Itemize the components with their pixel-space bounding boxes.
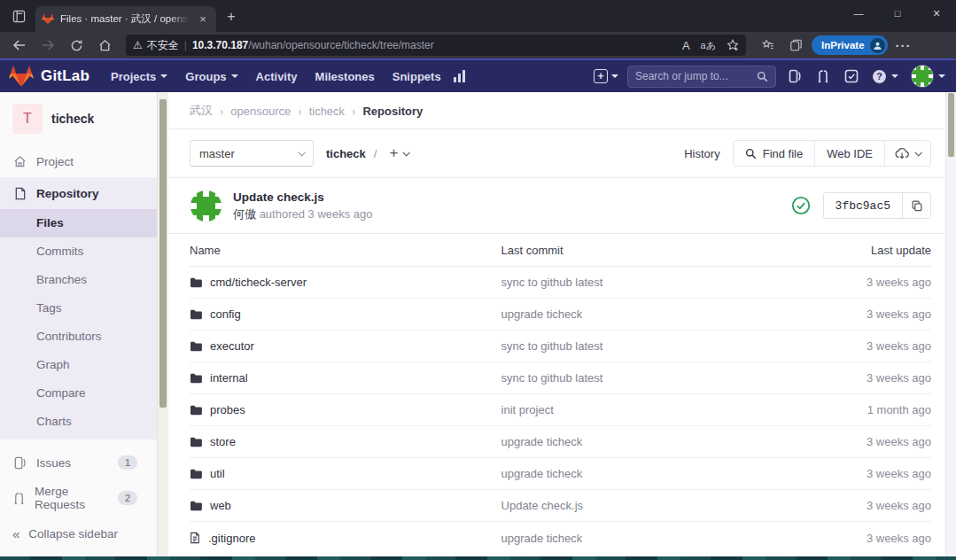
page-scrollbar-thumb[interactable]	[948, 93, 954, 157]
search-input[interactable]	[635, 70, 751, 82]
sidebar-item-repository[interactable]: Repository	[0, 177, 157, 209]
last-update-time: 3 weeks ago	[816, 307, 931, 321]
nav-item-projects[interactable]: Projects	[102, 59, 176, 93]
add-file-dropdown[interactable]: +	[389, 144, 408, 162]
tree-entry-link[interactable]: util	[190, 467, 501, 480]
pipeline-status-icon[interactable]	[791, 196, 811, 215]
history-button[interactable]: History	[684, 147, 719, 160]
collections-icon[interactable]	[783, 35, 808, 56]
table-row: probes init project 1 month ago	[190, 394, 931, 426]
breadcrumb-subgroup[interactable]: opensource	[230, 105, 291, 118]
not-secure-indicator[interactable]: ⚠ 不安全	[133, 38, 179, 53]
sidebar-subitem-files[interactable]: Files	[0, 209, 157, 237]
copy-commit-sha-button[interactable]	[902, 193, 930, 218]
forward-icon[interactable]	[35, 35, 60, 56]
sidebar-subitem-graph[interactable]: Graph	[0, 351, 157, 379]
branch-selector[interactable]: master	[190, 140, 314, 167]
sidebar-item-label: Merge Requests	[35, 485, 109, 511]
gitlab-brand[interactable]: GitLab	[9, 65, 89, 88]
collapse-sidebar-button[interactable]: « Collapse sidebar	[0, 514, 157, 553]
issues-count-badge: 1	[118, 455, 137, 470]
last-update-time: 3 weeks ago	[816, 467, 931, 480]
sidebar-item-issues[interactable]: Issues 1	[0, 447, 157, 478]
refresh-icon[interactable]	[64, 35, 89, 56]
add-favorite-icon[interactable]	[727, 39, 739, 51]
page-body: T ticheck Project Repository	[0, 92, 956, 556]
commit-message-link[interactable]: init project	[501, 403, 816, 416]
user-menu[interactable]	[909, 59, 947, 93]
commit-message-link[interactable]: upgrade ticheck	[501, 532, 816, 545]
tree-entry-link[interactable]: internal	[190, 371, 501, 385]
charts-nav-icon[interactable]	[450, 66, 470, 86]
commit-author-link[interactable]: 何傲	[233, 207, 256, 221]
new-tab-button[interactable]: +	[220, 5, 243, 28]
repo-root-link[interactable]: ticheck	[326, 147, 366, 160]
inprivate-badge[interactable]: InPrivate	[812, 35, 888, 55]
sidebar-scrollbar-thumb[interactable]	[159, 99, 167, 408]
sidebar-subitem-tags[interactable]: Tags	[0, 294, 157, 323]
new-menu-button[interactable]: +	[594, 69, 618, 83]
sidebar-project-header[interactable]: T ticheck	[0, 92, 157, 145]
window-minimize-button[interactable]: —	[839, 0, 878, 27]
nav-item-milestones[interactable]: Milestones	[307, 59, 384, 93]
breadcrumb-group[interactable]: 武汉	[190, 103, 213, 119]
tree-entry-link[interactable]: probes	[190, 403, 501, 416]
commit-title-link[interactable]: Update check.js	[233, 189, 373, 206]
not-secure-label: 不安全	[147, 38, 179, 53]
issues-nav-icon[interactable]	[785, 66, 804, 86]
find-file-button[interactable]: Find file	[734, 141, 815, 166]
web-ide-button[interactable]: Web IDE	[814, 141, 884, 166]
tree-entry-link[interactable]: config	[190, 307, 501, 321]
merge-requests-nav-icon[interactable]	[813, 66, 833, 86]
commit-message-link[interactable]: Update check.js	[501, 499, 816, 512]
translate-icon[interactable]: aあ	[701, 39, 716, 52]
sidebar-subitem-compare[interactable]: Compare	[0, 379, 157, 408]
sidebar-subitem-contributors[interactable]: Contributors	[0, 323, 157, 351]
collapse-icon: «	[12, 526, 19, 541]
commit-message-link[interactable]: sync to github latest	[501, 276, 816, 289]
commit-message-link[interactable]: sync to github latest	[501, 339, 816, 353]
commit-message-link[interactable]: upgrade ticheck	[501, 435, 816, 448]
favorites-icon[interactable]	[755, 35, 780, 56]
sidebar-scrollbar[interactable]	[157, 92, 168, 556]
tree-entry-link[interactable]: .gitignore	[190, 532, 501, 545]
window-maximize-button[interactable]: □	[878, 0, 917, 27]
sidebar-subitem-branches[interactable]: Branches	[0, 266, 157, 294]
window-close-button[interactable]: ×	[917, 0, 956, 27]
settings-menu-icon[interactable]: ···	[891, 35, 916, 56]
todos-nav-icon[interactable]	[842, 66, 861, 86]
help-menu[interactable]: ?	[870, 59, 900, 93]
sidebar-subitem-commits[interactable]: Commits	[0, 237, 157, 266]
address-bar[interactable]: ⚠ 不安全 | 10.3.70.187/wuhan/opensource/tic…	[126, 35, 746, 56]
search-icon	[757, 71, 768, 82]
nav-item-activity[interactable]: Activity	[247, 59, 307, 93]
commit-author-avatar[interactable]	[190, 190, 222, 222]
caret-down-icon	[160, 74, 167, 78]
tree-entry-link[interactable]: cmd/ticheck-server	[190, 276, 501, 289]
column-header-name: Name	[190, 244, 501, 257]
sidebar-subitem-charts[interactable]: Charts	[0, 408, 157, 436]
table-row: internal sync to github latest 3 weeks a…	[190, 362, 931, 394]
browser-tab[interactable]: Files · master · 武汉 / opensour ×	[35, 6, 216, 32]
commit-message-link[interactable]: sync to github latest	[501, 371, 816, 385]
download-dropdown[interactable]	[884, 141, 930, 166]
nav-item-snippets[interactable]: Snippets	[384, 59, 450, 93]
nav-item-groups[interactable]: Groups	[176, 59, 246, 93]
read-aloud-icon[interactable]: A	[682, 39, 690, 52]
commit-message-link[interactable]: upgrade ticheck	[501, 307, 816, 321]
folder-icon	[190, 405, 202, 416]
global-search[interactable]	[627, 66, 776, 88]
breadcrumb-project[interactable]: ticheck	[309, 105, 345, 118]
tab-close-icon[interactable]: ×	[196, 12, 210, 26]
back-icon[interactable]	[7, 35, 32, 56]
sidebar-item-project[interactable]: Project	[0, 145, 157, 177]
sidebar-item-merge-requests[interactable]: Merge Requests 2	[0, 482, 157, 514]
page-scrollbar[interactable]	[945, 92, 956, 556]
commit-message-link[interactable]: upgrade ticheck	[501, 467, 816, 480]
tree-entry-link[interactable]: store	[190, 435, 501, 448]
tab-preview-icon[interactable]	[5, 4, 32, 28]
tree-entry-link[interactable]: executor	[190, 339, 501, 353]
table-header-row: Name Last commit Last update	[190, 234, 931, 267]
home-icon[interactable]	[92, 35, 117, 56]
tree-entry-link[interactable]: web	[190, 499, 501, 512]
